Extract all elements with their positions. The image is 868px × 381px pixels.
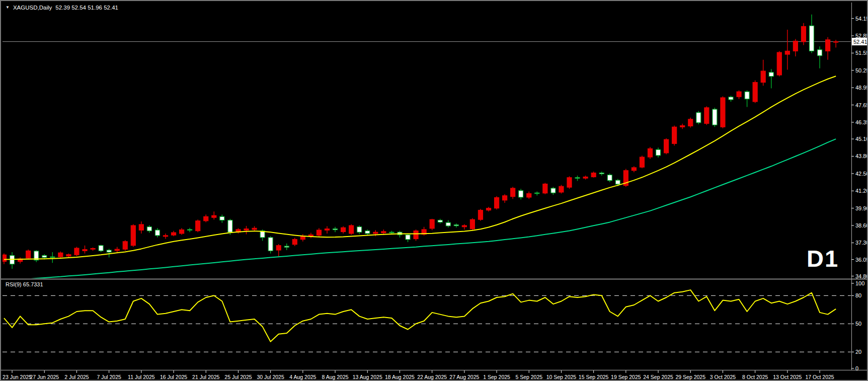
svg-text:48.95: 48.95 bbox=[855, 85, 868, 91]
svg-text:41.20: 41.20 bbox=[855, 188, 868, 194]
main-price-panel[interactable] bbox=[2, 15, 852, 281]
svg-text:13 Aug 2025: 13 Aug 2025 bbox=[353, 374, 382, 380]
timeframe-watermark: D1 bbox=[807, 247, 839, 270]
svg-text:1 Sep 2025: 1 Sep 2025 bbox=[483, 374, 510, 380]
svg-text:47.65: 47.65 bbox=[855, 102, 868, 108]
chart-window: 54.1552.8551.5550.2548.9547.6546.3545.10… bbox=[0, 0, 868, 381]
svg-text:4 Aug 2025: 4 Aug 2025 bbox=[289, 374, 316, 380]
svg-text:36.05: 36.05 bbox=[855, 257, 868, 263]
svg-text:30 Jul 2025: 30 Jul 2025 bbox=[257, 374, 284, 380]
symbol-period-label: XAGUSD,Daily bbox=[13, 5, 52, 11]
svg-text:54.15: 54.15 bbox=[855, 16, 868, 22]
svg-text:16 Jul 2025: 16 Jul 2025 bbox=[160, 374, 187, 380]
svg-text:34.80: 34.80 bbox=[855, 273, 868, 279]
chart-canvas[interactable]: 54.1552.8551.5550.2548.9547.6546.3545.10… bbox=[1, 1, 868, 381]
svg-text:22 Aug 2025: 22 Aug 2025 bbox=[417, 374, 447, 380]
svg-text:19 Sep 2025: 19 Sep 2025 bbox=[611, 374, 641, 380]
svg-text:45.10: 45.10 bbox=[855, 136, 868, 142]
ohlc-readout: 52.39 52.54 51.96 52.41 bbox=[55, 5, 118, 11]
svg-text:13 Oct 2025: 13 Oct 2025 bbox=[773, 374, 802, 380]
svg-text:15 Sep 2025: 15 Sep 2025 bbox=[579, 374, 609, 380]
rsi-axis[interactable]: 1008050200 bbox=[851, 280, 864, 371]
svg-text:8 Aug 2025: 8 Aug 2025 bbox=[322, 374, 348, 380]
svg-text:37.30: 37.30 bbox=[855, 240, 868, 246]
svg-text:7 Jul 2025: 7 Jul 2025 bbox=[97, 374, 121, 380]
svg-text:20: 20 bbox=[855, 349, 861, 355]
svg-text:25 Jul 2025: 25 Jul 2025 bbox=[224, 374, 252, 380]
svg-text:29 Sep 2025: 29 Sep 2025 bbox=[675, 374, 705, 380]
svg-text:46.35: 46.35 bbox=[855, 119, 868, 125]
svg-text:0: 0 bbox=[855, 365, 858, 371]
svg-text:17 Oct 2025: 17 Oct 2025 bbox=[805, 374, 834, 380]
price-axis[interactable]: 54.1552.8551.5550.2548.9547.6546.3545.10… bbox=[851, 16, 868, 279]
time-axis[interactable]: 23 Jun 202527 Jun 20252 Jul 20257 Jul 20… bbox=[3, 370, 834, 380]
rsi-indicator-label: RSI(9) 65.7331 bbox=[6, 281, 43, 287]
panel-frame bbox=[1, 3, 868, 370]
svg-text:2 Jul 2025: 2 Jul 2025 bbox=[64, 374, 89, 380]
svg-text:23 Jun 2025: 23 Jun 2025 bbox=[3, 374, 32, 380]
svg-text:50: 50 bbox=[855, 321, 861, 327]
svg-text:80: 80 bbox=[855, 292, 861, 298]
svg-text:51.55: 51.55 bbox=[855, 50, 868, 56]
svg-text:11 Jul 2025: 11 Jul 2025 bbox=[128, 374, 155, 380]
svg-text:100: 100 bbox=[855, 280, 864, 286]
svg-text:43.80: 43.80 bbox=[855, 153, 868, 159]
svg-text:10 Sep 2025: 10 Sep 2025 bbox=[546, 374, 577, 380]
svg-text:27 Jun 2025: 27 Jun 2025 bbox=[30, 374, 59, 380]
svg-text:42.50: 42.50 bbox=[855, 171, 868, 177]
svg-text:50.25: 50.25 bbox=[855, 67, 868, 73]
svg-text:27 Aug 2025: 27 Aug 2025 bbox=[449, 374, 479, 380]
svg-text:8 Oct 2025: 8 Oct 2025 bbox=[742, 374, 768, 380]
svg-text:21 Jul 2025: 21 Jul 2025 bbox=[192, 374, 219, 380]
svg-text:52.41: 52.41 bbox=[853, 39, 867, 45]
svg-text:24 Sep 2025: 24 Sep 2025 bbox=[643, 374, 673, 380]
chart-title: ▼ XAGUSD,Daily 52.39 52.54 51.96 52.41 bbox=[6, 5, 118, 11]
svg-text:39.90: 39.90 bbox=[855, 205, 868, 211]
svg-text:3 Oct 2025: 3 Oct 2025 bbox=[710, 374, 736, 380]
symbol-dropdown-icon[interactable]: ▼ bbox=[6, 6, 10, 10]
svg-text:5 Sep 2025: 5 Sep 2025 bbox=[515, 374, 542, 380]
rsi-panel[interactable] bbox=[3, 290, 851, 352]
svg-text:18 Aug 2025: 18 Aug 2025 bbox=[385, 374, 415, 380]
svg-text:38.60: 38.60 bbox=[855, 222, 868, 228]
